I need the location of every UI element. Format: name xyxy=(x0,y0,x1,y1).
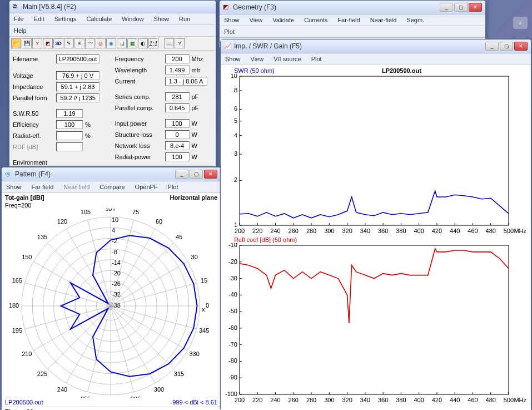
geom-max-icon[interactable]: ▢ xyxy=(454,3,468,12)
pm-nearfield: Near field xyxy=(61,182,92,191)
swr-min-icon[interactable]: _ xyxy=(485,42,499,51)
svg-line-46 xyxy=(66,306,111,383)
svg-text:340: 340 xyxy=(360,397,370,403)
polar-chart: 104-2-8-14-20-26-32-3890Y756045301503453… xyxy=(2,209,221,398)
menu-show[interactable]: Show xyxy=(151,14,171,23)
svg-text:460: 460 xyxy=(468,228,478,234)
swr-title: Imp. / SWR / Gain (F5) xyxy=(234,42,485,50)
swr-close-icon[interactable]: ✕ xyxy=(514,42,528,51)
lbl-radeff: Radiat-eff. xyxy=(13,132,56,139)
tb-cube-icon[interactable]: ◩ xyxy=(43,38,53,48)
tb-help-icon[interactable]: ? xyxy=(175,38,185,48)
menu-settings[interactable]: Settings xyxy=(52,14,79,23)
gm-validate[interactable]: Validate xyxy=(270,16,296,24)
tb-calc-icon[interactable]: ✳ xyxy=(74,38,84,48)
geom-titlebar[interactable]: ◩ Geometry (F3) _ ▢ ✕ xyxy=(220,1,485,14)
val-curr[interactable] xyxy=(165,77,207,86)
sm-show[interactable]: Show xyxy=(223,55,243,63)
menu-file[interactable]: File xyxy=(12,14,26,23)
geom-close-icon[interactable]: ✕ xyxy=(469,3,482,12)
gm-nearfield[interactable]: Near-field xyxy=(368,16,399,24)
svg-text:400: 400 xyxy=(414,397,424,403)
geom-title: Geometry (F3) xyxy=(233,3,440,11)
menu-help[interactable]: Help xyxy=(12,26,29,35)
pattern-titlebar[interactable]: ◎ Pattern (F4) _ ▢ ✕ xyxy=(2,167,221,181)
pm-show[interactable]: Show xyxy=(4,182,24,191)
lbl-swr: S.W.R.50 xyxy=(13,110,56,117)
val-nloss[interactable] xyxy=(165,141,190,150)
tb-wave-icon[interactable]: 〰 xyxy=(85,38,95,48)
val-swr[interactable] xyxy=(56,109,83,118)
svg-line-44 xyxy=(88,306,111,392)
main-titlebar[interactable]: ⧉ Main [V5.8.4] (F2) xyxy=(9,1,216,13)
gm-show[interactable]: Show xyxy=(222,16,242,24)
val-parallel[interactable] xyxy=(56,93,100,102)
svg-text:-10: -10 xyxy=(228,243,237,248)
gm-farfield[interactable]: Far-field xyxy=(335,16,362,24)
svg-text:4: 4 xyxy=(112,227,115,234)
tb-target-icon[interactable]: ◎ xyxy=(96,38,106,48)
val-voltage[interactable] xyxy=(56,71,100,80)
lbl-scomp: Series comp. xyxy=(115,93,165,100)
gm-view[interactable]: View xyxy=(247,16,265,24)
pm-farfield[interactable]: Far field xyxy=(29,182,56,191)
gm-plot[interactable]: Plot xyxy=(222,27,237,36)
u-radeff: % xyxy=(85,132,98,139)
pat-min-icon[interactable]: _ xyxy=(175,170,188,179)
tb-grid-icon[interactable]: ▦ xyxy=(127,38,137,48)
lbl-sloss: Structure loss xyxy=(115,131,165,138)
svg-line-34 xyxy=(111,306,188,350)
swr-titlebar[interactable]: 📈 Imp. / SWR / Gain (F5) _ ▢ ✕ xyxy=(221,39,531,53)
pattern-window: ◎ Pattern (F4) _ ▢ ✕ Show Far field Near… xyxy=(1,167,221,409)
val-inpw[interactable] xyxy=(165,119,190,128)
val-scomp[interactable] xyxy=(165,92,190,101)
gm-currents[interactable]: Currents xyxy=(302,16,330,24)
gm-segm[interactable]: Segm. xyxy=(404,16,426,24)
svg-text:5: 5 xyxy=(234,117,237,124)
menu-edit[interactable]: Edit xyxy=(32,14,47,23)
menu-calculate[interactable]: Calculate xyxy=(84,14,114,23)
tb-globe-icon[interactable]: ◉ xyxy=(106,38,116,48)
val-radp[interactable] xyxy=(165,152,190,161)
tb-chart-icon[interactable]: 📊 xyxy=(117,38,127,48)
main-window: ⧉ Main [V5.8.4] (F2) File Edit Settings … xyxy=(9,0,216,167)
pm-openpf[interactable]: OpenPF xyxy=(133,182,160,191)
pat-max-icon[interactable]: ▢ xyxy=(190,170,203,179)
menu-run[interactable]: Run xyxy=(177,14,192,23)
sm-vi[interactable]: V/I source xyxy=(271,55,304,63)
svg-text:225: 225 xyxy=(37,371,47,377)
sm-plot[interactable]: Plot xyxy=(309,55,324,63)
val-pcomp[interactable] xyxy=(165,103,190,112)
val-wave[interactable] xyxy=(165,66,190,75)
val-eff[interactable] xyxy=(56,120,83,129)
pat-close-icon[interactable]: ✕ xyxy=(204,170,217,179)
tb-3d-icon[interactable]: 3D xyxy=(53,38,63,48)
menu-window[interactable]: Window xyxy=(120,14,146,23)
svg-line-28 xyxy=(111,283,197,306)
desktop-add-icon[interactable]: + xyxy=(513,17,528,29)
geom-min-icon[interactable]: _ xyxy=(440,3,453,12)
svg-rect-117 xyxy=(240,245,509,394)
val-sloss[interactable] xyxy=(165,130,190,139)
tb-smith-icon[interactable]: ◐ xyxy=(138,38,148,48)
tb-save-icon[interactable]: 💾 xyxy=(22,38,32,48)
val-rdf[interactable] xyxy=(56,142,83,151)
tb-edit-icon[interactable]: ✎ xyxy=(64,38,74,48)
pm-plot[interactable]: Plot xyxy=(166,182,181,191)
val-filename[interactable] xyxy=(56,55,100,63)
swr-max-icon[interactable]: ▢ xyxy=(500,42,513,51)
pm-compare[interactable]: Compare xyxy=(97,182,127,191)
sm-view[interactable]: View xyxy=(248,55,266,63)
lbl-pcomp: Parallel comp. xyxy=(115,105,165,111)
tb-open-icon[interactable]: 📂 xyxy=(11,38,21,48)
val-impedance[interactable] xyxy=(56,82,100,91)
svg-text:420: 420 xyxy=(432,228,442,234)
val-freq[interactable] xyxy=(165,55,190,63)
tb-scale-icon[interactable]: 1:1 xyxy=(148,38,158,48)
tb-book-icon[interactable]: 📖 xyxy=(164,38,174,48)
svg-text:165: 165 xyxy=(12,277,22,284)
tb-antenna-icon[interactable]: Y xyxy=(32,38,42,48)
val-radeff[interactable] xyxy=(56,131,83,140)
svg-text:330: 330 xyxy=(190,350,200,357)
svg-text:-60: -60 xyxy=(228,324,237,331)
